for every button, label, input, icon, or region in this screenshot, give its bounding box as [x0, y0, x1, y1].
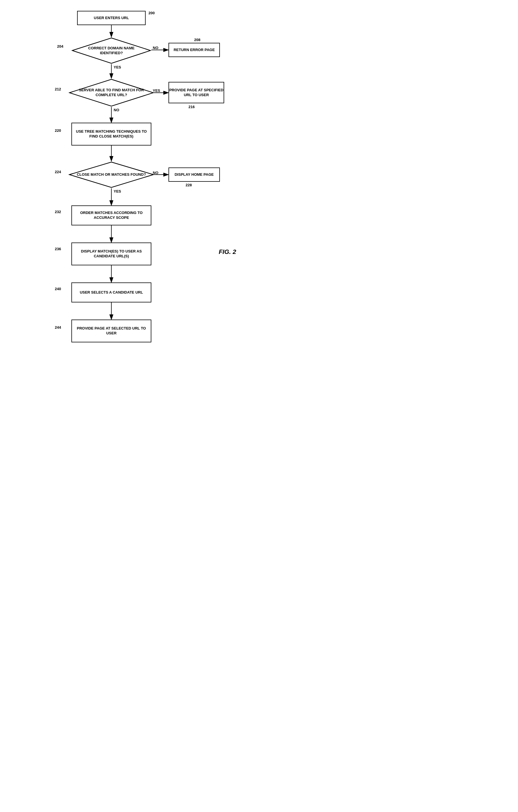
node-display-home: DISPLAY HOME PAGE — [168, 168, 220, 182]
ref-240: 240 — [55, 287, 61, 291]
node-server-find-match: SERVER ABLE TO FIND MATCH FOR COMPLETE U… — [69, 79, 154, 107]
label-yes-224: YES — [114, 189, 121, 194]
label-no-212: NO — [114, 108, 119, 112]
ref-224: 224 — [55, 170, 61, 174]
node-order-matches: ORDER MATCHES ACCORDING TO ACCURACY SCOP… — [72, 205, 151, 225]
node-provide-selected: PROVIDE PAGE AT SELECTED URL TO USER — [72, 320, 151, 342]
ref-216: 216 — [188, 105, 195, 109]
ref-220: 220 — [55, 128, 61, 133]
node-close-match-found: CLOSE MATCH OR MATCHES FOUND? — [69, 161, 154, 188]
ref-212: 212 — [55, 87, 61, 91]
ref-208: 208 — [194, 38, 200, 42]
label-no-204: NO — [153, 46, 159, 50]
flowchart-container: USER ENTERS URL 200 CORRECT DOMAIN NAME … — [0, 0, 259, 406]
label-no-224: NO — [153, 171, 159, 175]
ref-228: 228 — [186, 183, 192, 187]
ref-232: 232 — [55, 210, 61, 214]
ref-236: 236 — [55, 247, 61, 251]
node-user-enters-url: USER ENTERS URL — [77, 11, 146, 25]
node-display-matches: DISPLAY MATCH(ES) TO USER AS CANDIDATE U… — [72, 242, 151, 265]
figure-label: FIG. 2 — [219, 248, 236, 256]
node-correct-domain: CORRECT DOMAIN NAME IDENTIFIED? — [72, 37, 151, 64]
node-user-selects: USER SELECTS A CANDIDATE URL — [72, 283, 151, 302]
ref-200: 200 — [148, 11, 155, 15]
label-yes-204: YES — [114, 65, 121, 69]
node-use-tree-matching: USE TREE MATCHING TECHNIQUES TO FIND CLO… — [72, 123, 151, 146]
node-return-error: RETURN ERROR PAGE — [168, 43, 220, 57]
ref-244: 244 — [55, 325, 61, 329]
ref-204: 204 — [57, 44, 63, 49]
node-provide-specified: PROVIDE PAGE AT SPECIFIED URL TO USER — [168, 82, 224, 103]
